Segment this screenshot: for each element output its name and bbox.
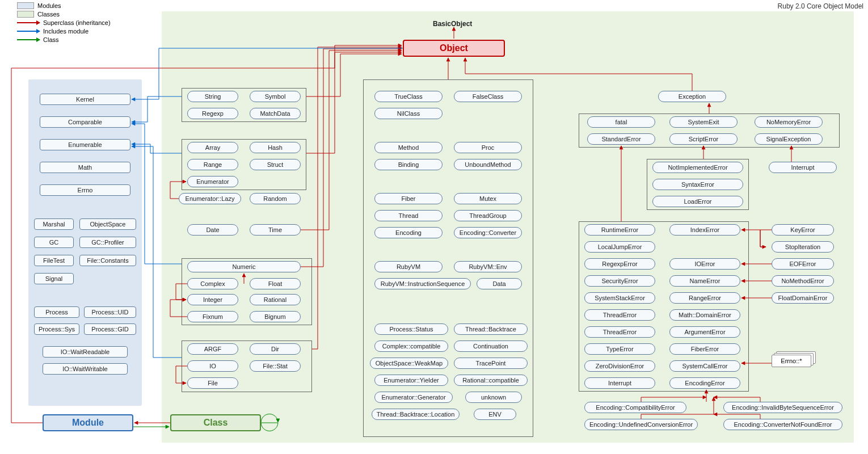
node-array: Array — [187, 142, 238, 153]
node-systemstack: SystemStackError — [584, 292, 655, 304]
node-keyerror: KeyError — [772, 224, 834, 236]
node-iowaitw: IO::WaitWritable — [43, 363, 128, 375]
node-nilclass: NilClass — [374, 108, 443, 119]
node-threaderror: ThreadError — [584, 309, 655, 321]
node-argf: ARGF — [187, 343, 238, 355]
node-mathdomain: Math::DomainError — [669, 309, 740, 321]
node-struct: Struct — [250, 159, 301, 170]
node-typeerror: TypeError — [584, 343, 655, 355]
node-math: Math — [40, 162, 130, 173]
node-object: Object — [403, 40, 505, 57]
node-enumerable: Enumerable — [40, 139, 130, 150]
node-unknown: unknown — [465, 392, 522, 403]
node-indexerror: IndexError — [669, 224, 740, 236]
legend-arrow-superclass — [17, 22, 40, 23]
node-binding: Binding — [374, 159, 443, 170]
node-rubyvm: RubyVM — [374, 261, 443, 272]
node-marshal: Marshal — [34, 218, 74, 230]
node-nameerror: NameError — [669, 275, 740, 287]
node-module: Module — [43, 414, 133, 431]
node-integer: Integer — [187, 294, 238, 305]
node-encconverter: Encoding::Converter — [454, 227, 522, 238]
node-float: Float — [250, 278, 301, 289]
node-date: Date — [187, 224, 238, 236]
node-systemcallerror: SystemCallError — [669, 360, 740, 372]
node-regexperror: RegexpError — [584, 258, 655, 270]
legend-swatch-classes — [17, 11, 34, 18]
node-signal: Signal — [34, 273, 74, 284]
node-nomemory: NoMemoryError — [755, 116, 823, 128]
node-errnostar: Errno::* — [781, 358, 802, 364]
node-class: Class — [170, 414, 261, 431]
node-processstatus: Process::Status — [374, 323, 448, 335]
node-runtimeerror: RuntimeError — [584, 224, 655, 236]
diagram-canvas: Ruby 2.0 Core Object Model Modules Class… — [0, 0, 868, 454]
legend-classes: Classes — [37, 11, 60, 18]
legend-swatch-modules — [17, 2, 34, 9]
node-mutex: Mutex — [454, 193, 522, 204]
node-regexp: Regexp — [187, 108, 238, 119]
node-encoding: Encoding — [374, 227, 443, 238]
node-encodingerror: EncodingError — [669, 377, 740, 389]
node-encundef: Encoding::UndefinedConversionError — [584, 419, 698, 430]
legend-arrow-class — [17, 39, 40, 40]
node-stopiteration: StopIteration — [772, 241, 834, 253]
node-method: Method — [374, 142, 443, 153]
node-eoferror: EOFError — [772, 258, 834, 270]
node-trueclass: TrueClass — [374, 91, 443, 102]
node-filestat: File::Stat — [250, 360, 301, 372]
node-rubyvmis: RubyVM::InstructionSequence — [374, 278, 471, 289]
node-bignum: Bignum — [250, 311, 301, 322]
node-rubyvmenv: RubyVM::Env — [454, 261, 522, 272]
node-data: Data — [477, 278, 522, 289]
node-objectspace: ObjectSpace — [79, 218, 136, 230]
node-loaderror: LoadError — [652, 196, 743, 207]
node-enumlazy: Enumerator::Lazy — [179, 193, 241, 204]
node-threadbt: Thread::Backtrace — [454, 323, 528, 335]
legend: Modules Classes Superclass (inheritance)… — [17, 2, 148, 45]
node-falseclass: FalseClass — [454, 91, 522, 102]
node-gcprofiler: GC::Profiler — [79, 237, 136, 248]
node-range: Range — [187, 159, 238, 170]
node-interrupt: Interrupt — [769, 162, 837, 173]
node-standarderror: StandardError — [587, 133, 655, 145]
node-rationalcompat: Rational::compatible — [454, 375, 528, 386]
node-threadgroup: ThreadGroup — [454, 210, 522, 221]
node-ioerror: IOError — [669, 258, 740, 270]
legend-includes: Includes module — [43, 28, 89, 35]
node-tracepoint: TracePoint — [454, 358, 528, 369]
diagram-title: Ruby 2.0 Core Object Model — [778, 2, 863, 10]
node-fileconstants: File::Constants — [79, 255, 136, 266]
node-processuid: Process::UID — [84, 306, 136, 318]
node-matchdata: MatchData — [250, 108, 301, 119]
node-string: String — [187, 91, 238, 102]
node-rangeerror: RangeError — [669, 292, 740, 304]
node-securityerror: SecurityError — [584, 275, 655, 287]
node-processsys: Process::Sys — [34, 323, 79, 335]
node-random: Random — [250, 193, 301, 204]
node-fatal: fatal — [587, 116, 655, 128]
node-time: Time — [250, 224, 301, 236]
node-argumenterror: ArgumentError — [669, 326, 740, 338]
node-floatdomain: FloatDomainError — [772, 292, 834, 304]
node-processgid: Process::GID — [84, 323, 136, 335]
node-signalexception: SignalException — [755, 133, 823, 145]
node-fiber: Fiber — [374, 193, 443, 204]
node-enumgenerator: Enumerator::Generator — [374, 392, 453, 403]
node-basic-object: BasicObject — [428, 18, 477, 30]
node-file: File — [187, 377, 238, 389]
node-env: ENV — [474, 409, 516, 420]
node-process: Process — [34, 306, 79, 318]
node-threaderror2: ThreadError — [584, 326, 655, 338]
node-errno: Errno — [40, 184, 130, 196]
node-enccompat: Encoding::CompatibilityError — [584, 402, 686, 413]
node-io: IO — [187, 360, 238, 372]
node-encinvalid: Encoding::InvalidByteSequenceError — [723, 402, 842, 413]
node-dir: Dir — [250, 343, 301, 355]
node-notimplemented: NotImplementedError — [652, 162, 743, 173]
node-nomethod: NoMethodError — [772, 275, 834, 287]
node-unboundmethod: UnboundMethod — [454, 159, 522, 170]
node-complexcompat: Complex::compatible — [374, 340, 448, 352]
node-osweakmap: ObjectSpace::WeakMap — [370, 358, 448, 369]
node-kernel: Kernel — [40, 94, 130, 105]
